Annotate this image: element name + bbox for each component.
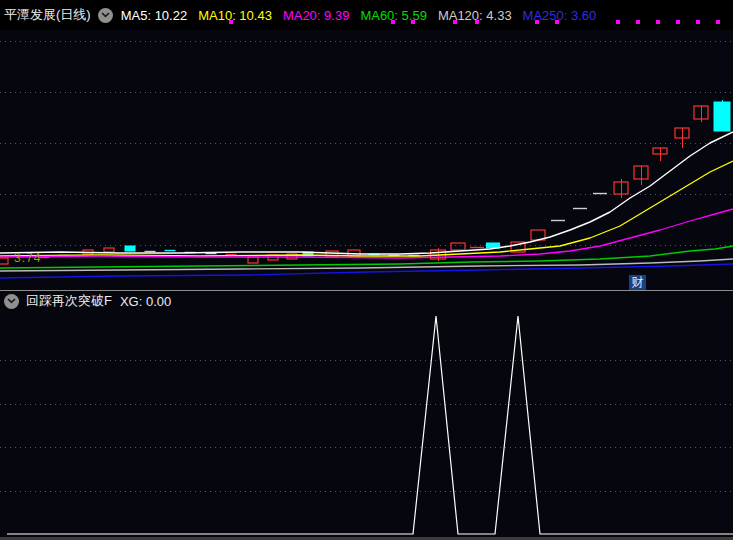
ma-line-ma10 <box>0 161 733 256</box>
indicator-signal-line <box>7 316 733 534</box>
candle-body <box>248 257 258 263</box>
panel-divider[interactable] <box>0 290 733 291</box>
ma-line-ma20 <box>0 209 733 258</box>
ma-label: MA10: 10.43 <box>198 8 272 23</box>
candle-body <box>714 102 730 131</box>
candle-body <box>0 258 8 264</box>
trading-app-window: 平潭发展(日线) MA5: 10.22MA10: 10.43MA20: 9.39… <box>0 0 733 540</box>
candle-body <box>104 248 114 252</box>
ma-label: MA250: 3.60 <box>523 8 597 23</box>
signal-dot <box>229 20 233 24</box>
candle-body <box>125 246 135 251</box>
signal-dot <box>716 20 720 24</box>
signal-dot <box>391 20 395 24</box>
candle-body <box>451 243 465 250</box>
indicator-value: XG: 0.00 <box>120 294 171 309</box>
ma-label: MA20: 9.39 <box>283 8 350 23</box>
signal-dot <box>636 20 640 24</box>
main-chart-header: 平潭发展(日线) MA5: 10.22MA10: 10.43MA20: 9.39… <box>0 0 733 30</box>
finance-news-badge[interactable]: 财 <box>629 275 646 290</box>
chevron-down-icon <box>7 298 16 304</box>
signal-dot <box>453 20 457 24</box>
stock-title: 平潭发展(日线) <box>4 6 91 24</box>
collapse-main-panel-button[interactable] <box>98 8 113 23</box>
signal-dot <box>616 20 620 24</box>
signal-dot <box>555 20 559 24</box>
signal-dot <box>411 20 415 24</box>
chevron-down-icon <box>101 12 110 18</box>
ma-line-ma5 <box>0 132 733 254</box>
signal-dot <box>676 20 680 24</box>
indicator-panel-header: 回踩再次突破F XG: 0.00 <box>0 292 171 310</box>
indicator-name: 回踩再次突破F <box>26 292 112 310</box>
ma-label: MA5: 10.22 <box>121 8 188 23</box>
price-marker-label: 3.74 <box>14 251 41 265</box>
collapse-indicator-panel-button[interactable] <box>4 294 19 309</box>
signal-dot <box>535 20 539 24</box>
chart-canvas <box>0 0 733 540</box>
signal-dot <box>475 20 479 24</box>
ma-line-ma250 <box>0 264 733 278</box>
ma-line-ma60 <box>0 246 733 268</box>
signal-dot <box>696 20 700 24</box>
signal-dot <box>656 20 660 24</box>
